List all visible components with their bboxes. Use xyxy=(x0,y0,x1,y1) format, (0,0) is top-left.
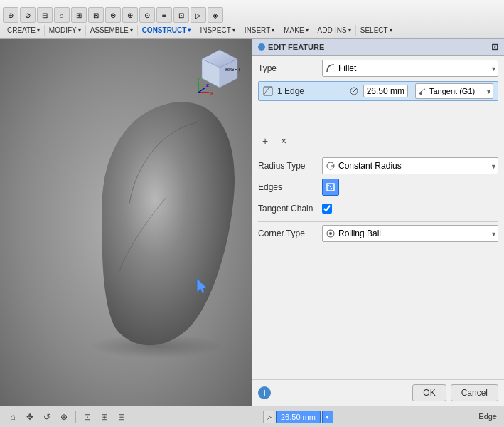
viewport[interactable]: RIGHT x y z xyxy=(0,39,252,406)
tangent-label: Tangent (G1) xyxy=(429,87,475,95)
panel-title: EDIT FEATURE xyxy=(268,43,324,51)
bottom-tool-pan[interactable]: ✥ xyxy=(23,410,37,424)
corner-type-label: Corner Type xyxy=(258,228,322,238)
toolbar-icon-2[interactable]: ⊘ xyxy=(20,7,36,23)
radius-type-value: Constant Radius xyxy=(338,161,402,171)
radius-type-select[interactable]: Constant Radius ▾ xyxy=(322,157,498,174)
status-bar: Edge xyxy=(478,406,497,427)
svg-text:x: x xyxy=(210,90,213,96)
edge-row[interactable]: 1 Edge 26.50 mm Tangent (G1) ▾ xyxy=(258,81,498,101)
panel-expand-icon[interactable]: ⊡ xyxy=(491,42,498,52)
corner-type-row: Corner Type Rolling Ball ▾ xyxy=(258,225,498,242)
toolbar-icon-5[interactable]: ⊞ xyxy=(71,7,87,23)
edges-row: Edges xyxy=(258,179,498,196)
svg-text:y: y xyxy=(197,75,200,82)
cancel-button[interactable]: Cancel xyxy=(451,384,498,401)
corner-type-select[interactable]: Rolling Ball ▾ xyxy=(322,225,498,242)
toolbar-group-select[interactable]: SELECT▾ xyxy=(356,25,397,36)
toolbar-icon-1[interactable]: ⊕ xyxy=(3,7,18,23)
add-remove-row: + × xyxy=(258,134,498,148)
svg-point-19 xyxy=(329,232,332,235)
edge-icon xyxy=(263,86,273,96)
toolbar-icon-6[interactable]: ⊠ xyxy=(88,7,104,23)
edit-feature-panel: EDIT FEATURE ⊡ Type Fillet ▾ xyxy=(252,39,504,406)
toolbar-group-addins[interactable]: ADD-INS▾ xyxy=(313,25,356,36)
divider-2 xyxy=(258,221,498,222)
bottom-tool-display[interactable]: ⊡ xyxy=(80,410,95,424)
info-icon[interactable]: i xyxy=(258,386,271,399)
dim-down-arrow[interactable]: ▾ xyxy=(322,411,333,423)
tangent-select-wrapper[interactable]: Tangent (G1) ▾ xyxy=(415,83,493,99)
tangent-chain-row: Tangent Chain xyxy=(258,200,498,217)
tangent-icon xyxy=(419,87,427,95)
panel-body: Type Fillet ▾ xyxy=(252,56,504,379)
ok-button[interactable]: OK xyxy=(412,384,446,401)
edge-size-icon xyxy=(349,86,359,96)
corner-type-value: Rolling Ball xyxy=(338,228,381,238)
toolbar-icon-12[interactable]: ▷ xyxy=(191,7,206,23)
footer-buttons: OK Cancel xyxy=(412,384,498,401)
toolbar-group-make[interactable]: MAKE▾ xyxy=(279,25,313,36)
type-row: Type Fillet ▾ xyxy=(258,60,498,77)
svg-rect-12 xyxy=(264,87,272,95)
edge-size-value[interactable]: 26.50 mm xyxy=(363,85,408,97)
type-value: Fillet xyxy=(338,63,356,73)
toolbar-icon-13[interactable]: ◈ xyxy=(208,7,223,23)
toolbar-icon-3[interactable]: ⊟ xyxy=(37,7,53,23)
tangent-chain-checkbox[interactable] xyxy=(322,204,332,214)
edges-icon xyxy=(326,182,336,192)
dimension-input-area: ▷ 26.50 mm ▾ xyxy=(263,411,333,423)
separator-1 xyxy=(75,411,76,423)
toolbar-group-assemble[interactable]: ASSEMBLE▾ xyxy=(86,25,138,36)
toolbar-icon-7[interactable]: ⊗ xyxy=(105,7,121,23)
empty-area xyxy=(258,105,498,134)
edges-label: Edges xyxy=(258,182,322,192)
toolbar-group-construct[interactable]: CONSTRUCT▾ xyxy=(138,25,196,36)
panel-dot xyxy=(258,43,265,51)
toolbar-icon-10[interactable]: ≡ xyxy=(156,7,172,23)
panel-footer: i OK Cancel xyxy=(252,379,504,406)
radius-type-icon xyxy=(326,161,336,171)
svg-text:z: z xyxy=(206,82,209,88)
add-button[interactable]: + xyxy=(258,134,272,148)
toolbar-icon-9[interactable]: ⊙ xyxy=(139,7,155,23)
corner-type-icon xyxy=(326,228,336,238)
toolbar-group-inspect[interactable]: INSPECT▾ xyxy=(195,25,240,36)
bottom-tool-grid[interactable]: ⊞ xyxy=(97,410,112,424)
toolbar-icon-8[interactable]: ⊕ xyxy=(122,7,138,23)
dim-input[interactable]: 26.50 mm xyxy=(276,411,321,423)
svg-line-10 xyxy=(198,88,205,93)
tangent-chain-label: Tangent Chain xyxy=(258,204,322,214)
svg-text:RIGHT: RIGHT xyxy=(225,67,242,72)
toolbar: ⊕ ⊘ ⊟ ⌂ ⊞ ⊠ ⊗ ⊕ ⊙ ≡ ⊡ ▷ ◈ CREATE▾ MODIFY… xyxy=(0,0,504,39)
svg-line-14 xyxy=(351,88,357,94)
svg-point-15 xyxy=(419,92,422,95)
bottom-tool-home[interactable]: ⌂ xyxy=(6,410,20,424)
radius-type-row: Radius Type Constant Radius ▾ xyxy=(258,157,498,174)
panel-header: EDIT FEATURE ⊡ xyxy=(252,39,504,56)
tangent-chain-checkbox-wrapper xyxy=(322,204,332,214)
toolbar-group-create[interactable]: CREATE▾ xyxy=(3,25,45,36)
type-label: Type xyxy=(258,63,322,73)
bottom-tool-env[interactable]: ⊟ xyxy=(114,410,129,424)
dim-prefix: ▷ xyxy=(263,411,274,423)
toolbar-group-modify[interactable]: MODIFY▾ xyxy=(45,25,86,36)
remove-button[interactable]: × xyxy=(277,134,291,148)
toolbar-icon-4[interactable]: ⌂ xyxy=(54,7,70,23)
3d-shape xyxy=(57,82,252,367)
radius-type-label: Radius Type xyxy=(258,161,322,171)
status-label: Edge xyxy=(478,412,497,421)
divider-1 xyxy=(258,154,498,154)
main-area: RIGHT x y z EDIT FEATURE ⊡ Type xyxy=(0,39,504,406)
edges-selector[interactable] xyxy=(322,179,339,196)
toolbar-group-insert[interactable]: INSERT▾ xyxy=(240,25,280,36)
fillet-icon xyxy=(326,63,336,73)
view-cube[interactable]: RIGHT x y z xyxy=(195,46,245,96)
type-select-wrapper[interactable]: Fillet ▾ xyxy=(322,60,498,77)
toolbar-icon-11[interactable]: ⊡ xyxy=(173,7,189,23)
edge-label: 1 Edge xyxy=(277,86,304,96)
bottom-toolbar: ⌂ ✥ ↺ ⊕ ⊡ ⊞ ⊟ ▷ 26.50 mm ▾ Edge xyxy=(0,406,504,427)
bottom-tool-orbit[interactable]: ↺ xyxy=(40,410,54,424)
bottom-tool-zoom[interactable]: ⊕ xyxy=(57,410,71,424)
